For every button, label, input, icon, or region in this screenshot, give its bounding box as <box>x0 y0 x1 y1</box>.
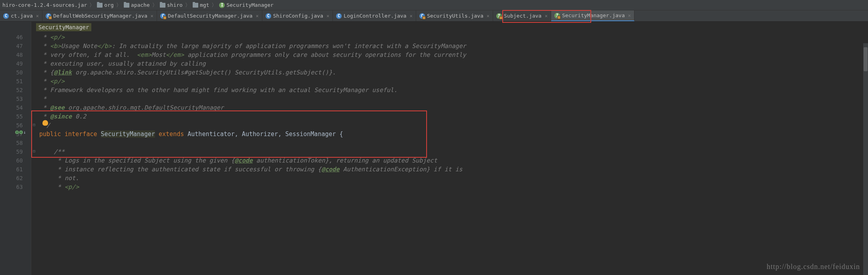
code-line: * executing user, usually attained by ca… <box>39 59 868 68</box>
tab-securityutils-java[interactable]: CSecurityUtils.java× <box>416 10 493 21</box>
code-area[interactable]: * <p/> * <b>Usage Note</b>: In actuality… <box>31 22 868 275</box>
watermark-text: http://blog.csdn.net/feiduxin <box>767 263 860 271</box>
line-number: 50 <box>0 68 23 77</box>
tab-ct-java[interactable]: Cct.java× <box>0 10 42 21</box>
close-icon[interactable]: × <box>545 13 548 19</box>
line-number: 52 <box>0 86 23 94</box>
breadcrumb-class[interactable]: I SecurityManager <box>218 2 274 8</box>
code-line: * <p/> <box>39 33 868 42</box>
line-number: 56 <box>0 121 23 130</box>
code-line: * @see org.apache.shiro.mgt.DefaultSecur… <box>39 103 868 112</box>
code-line: * Framework developers on the other hand… <box>39 86 868 94</box>
line-number: 46 <box>0 33 23 42</box>
tab-label: DefaultWebSecurityManager.java <box>53 13 147 19</box>
scrollbar-thumb[interactable] <box>864 47 868 71</box>
tab-label: ShiroConfig.java <box>273 13 323 19</box>
editor-tabs: Cct.java×CDefaultWebSecurityManager.java… <box>0 10 868 22</box>
code-line <box>39 139 868 147</box>
line-number: 63 <box>0 183 23 191</box>
class-icon: C <box>160 13 166 19</box>
interface-icon: I <box>219 2 225 8</box>
code-line: * very often, if at all. <em>Most</em> a… <box>39 50 868 59</box>
class-icon: C <box>266 13 271 19</box>
close-icon[interactable]: × <box>487 13 489 19</box>
tab-label: SecurityUtils.java <box>427 13 483 19</box>
code-line: * instance reflecting the authenticated … <box>39 165 868 174</box>
code-line: */ <box>39 121 868 130</box>
code-line: * @since 0.2 <box>39 112 868 121</box>
tab-label: ct.java <box>11 13 33 19</box>
editor-member-breadcrumb[interactable]: SecurityManager <box>36 23 91 31</box>
code-line: public interface SecurityManager extends… <box>39 130 868 139</box>
folder-icon <box>124 3 129 8</box>
breadcrumb-pkg-mgt[interactable]: mgt <box>192 2 210 8</box>
class-icon: C <box>419 13 425 19</box>
breadcrumb: hiro-core-1.2.4-sources.jar 〉 org 〉 apac… <box>0 0 868 10</box>
folder-icon <box>160 3 165 8</box>
line-number: 54 <box>0 103 23 112</box>
code-line: * <b>Usage Note</b>: In actuality the la… <box>39 42 868 50</box>
code-line: * <box>39 94 868 103</box>
interface-icon: I <box>554 13 560 18</box>
close-icon[interactable]: × <box>151 13 153 19</box>
close-icon[interactable]: × <box>36 13 39 19</box>
class-icon: C <box>3 13 9 19</box>
close-icon[interactable]: × <box>410 13 413 19</box>
close-icon[interactable]: × <box>628 13 631 18</box>
line-number: 49 <box>0 59 23 68</box>
tab-subject-java[interactable]: ISubject.java× <box>493 10 551 21</box>
code-line: * Logs in the specified Subject using th… <box>39 156 868 165</box>
line-number: 61 <box>0 165 23 174</box>
line-number: 47 <box>0 42 23 50</box>
class-icon: C <box>336 13 342 19</box>
class-icon: C <box>46 13 51 19</box>
line-number: 59 <box>0 147 23 156</box>
tab-logincontroller-java[interactable]: CLoginController.java× <box>333 10 416 21</box>
tab-defaultsecuritymanager-java[interactable]: CDefaultSecurityManager.java× <box>157 10 262 21</box>
tab-label: LoginController.java <box>344 13 407 19</box>
editor: 464748495051525354555657585960616263 Ic↓… <box>0 22 868 275</box>
tab-label: DefaultSecurityManager.java <box>168 13 252 19</box>
tab-shiroconfig-java[interactable]: CShiroConfig.java× <box>262 10 333 21</box>
code-line: * <p/> <box>39 183 868 191</box>
breadcrumb-pkg-apache[interactable]: apache <box>123 2 151 8</box>
breadcrumb-sep: 〉 <box>89 2 95 9</box>
folder-icon <box>97 3 103 8</box>
line-number: 53 <box>0 94 23 103</box>
tab-label: SecurityManager.java <box>562 12 625 18</box>
interface-icon: I <box>496 13 502 19</box>
tab-securitymanager-java[interactable]: ISecurityManager.java× <box>551 10 634 21</box>
code-line: /** <box>39 147 868 156</box>
close-icon[interactable]: × <box>256 13 258 19</box>
line-number: 58 <box>0 139 23 147</box>
line-number: 48 <box>0 50 23 59</box>
line-gutter: 464748495051525354555657585960616263 <box>0 22 31 275</box>
line-number: 62 <box>0 174 23 183</box>
tab-label: Subject.java <box>504 13 542 19</box>
implementations-gutter-icon[interactable]: Ic↓ <box>15 130 26 135</box>
line-number: 55 <box>0 112 23 121</box>
code-line: * <p/> <box>39 77 868 86</box>
close-icon[interactable]: × <box>326 13 329 19</box>
fold-toggle-icon[interactable]: ⊟ <box>33 149 35 153</box>
fold-toggle-icon[interactable]: ⊟ <box>33 122 35 127</box>
folder-icon <box>193 3 198 8</box>
vertical-scrollbar[interactable] <box>863 43 868 275</box>
breadcrumb-pkg-shiro[interactable]: shiro <box>159 2 183 8</box>
line-number: 60 <box>0 156 23 165</box>
breadcrumb-jar[interactable]: hiro-core-1.2.4-sources.jar <box>2 2 88 8</box>
line-number: 51 <box>0 77 23 86</box>
code-line: * not. <box>39 174 868 183</box>
tab-defaultwebsecuritymanager-java[interactable]: CDefaultWebSecurityManager.java× <box>42 10 157 21</box>
code-line: * {@link org.apache.shiro.SecurityUtils#… <box>39 68 868 77</box>
breadcrumb-pkg-org[interactable]: org <box>96 2 114 8</box>
intention-bulb-icon[interactable] <box>42 120 48 126</box>
